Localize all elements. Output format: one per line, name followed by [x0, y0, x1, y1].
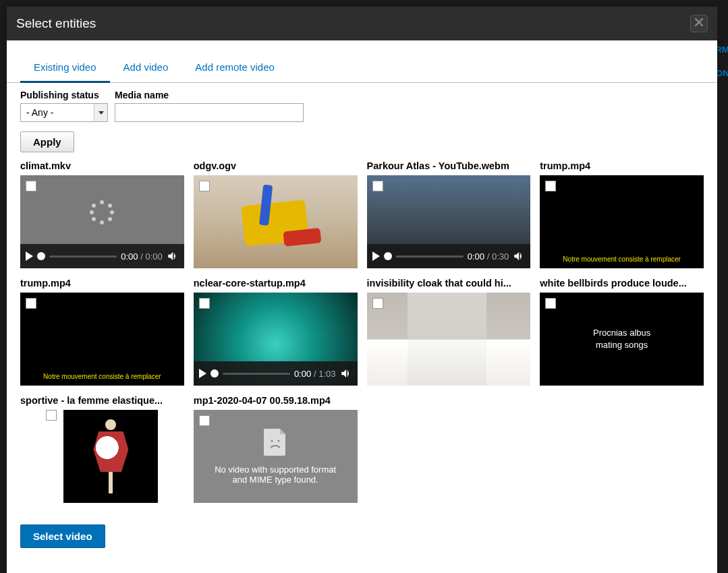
tabs: Existing video Add video Add remote vide…: [7, 55, 717, 83]
video-caption: Notre mouvement consiste à remplacer: [20, 373, 184, 380]
video-thumbnail[interactable]: Notre mouvement consiste à remplacer: [540, 175, 704, 268]
video-thumbnail[interactable]: Procnias albus mating songs: [540, 293, 704, 386]
select-checkbox[interactable]: [372, 298, 383, 309]
progress-knob[interactable]: [37, 252, 45, 260]
broken-file-icon: [264, 429, 287, 458]
video-thumbnail[interactable]: 0:00 / 0:30: [367, 175, 531, 268]
filter-media-name: Media name: [115, 90, 304, 122]
video-card: trump.mp4 Notre mouvement consiste à rem…: [540, 160, 704, 268]
progress-track[interactable]: [49, 255, 117, 258]
video-thumbnail[interactable]: [20, 410, 184, 503]
video-thumbnail[interactable]: Notre mouvement consiste à remplacer: [20, 293, 184, 386]
video-card: invisibility cloak that could hi...: [367, 278, 531, 386]
video-card: white bellbirds produce loude... Procnia…: [540, 278, 704, 386]
select-video-button[interactable]: Select video: [20, 524, 105, 548]
tab-add-video[interactable]: Add video: [110, 56, 182, 83]
play-icon[interactable]: [199, 369, 206, 378]
close-button[interactable]: [690, 15, 708, 32]
video-title: mp1-2020-04-07 00.59.18.mp4: [194, 395, 358, 406]
select-checkbox[interactable]: [26, 181, 36, 191]
thumbnail-image: [194, 175, 358, 268]
video-caption: Notre mouvement consiste à remplacer: [540, 255, 704, 263]
video-title: invisibility cloak that could hi...: [367, 278, 531, 289]
video-controls: 0:00 / 0:00: [20, 244, 184, 268]
select-checkbox[interactable]: [46, 410, 57, 421]
tab-existing-video[interactable]: Existing video: [20, 56, 110, 83]
progress-knob[interactable]: [211, 369, 219, 378]
select-entities-modal: Select entities Existing video Add video…: [7, 7, 717, 573]
select-checkbox[interactable]: [199, 415, 210, 426]
filter-publishing-status: Publishing status - Any -: [20, 90, 108, 122]
close-icon: [694, 18, 704, 30]
video-title: odgv.ogv: [194, 160, 358, 171]
status-select-value: - Any -: [26, 107, 53, 118]
thumbnail-image: [367, 293, 531, 386]
chevron-down-icon: [94, 104, 107, 121]
video-title: white bellbirds produce loude...: [540, 278, 704, 289]
apply-button[interactable]: Apply: [20, 131, 74, 152]
media-name-input[interactable]: [115, 103, 304, 122]
video-thumbnail[interactable]: 0:00 / 0:00: [20, 175, 184, 268]
video-overlay-text: Procnias albus mating songs: [593, 327, 650, 351]
filter-status-label: Publishing status: [20, 90, 108, 100]
tab-add-remote-video[interactable]: Add remote video: [181, 56, 288, 83]
filter-name-label: Media name: [115, 90, 304, 100]
video-thumbnail[interactable]: [367, 293, 531, 386]
time-display: 0:00 / 1:03: [294, 369, 335, 379]
volume-icon[interactable]: [167, 250, 179, 262]
video-title: Parkour Atlas - YouTube.webm: [367, 160, 531, 171]
select-checkbox[interactable]: [545, 181, 556, 191]
video-controls: 0:00 / 1:03: [194, 361, 358, 386]
progress-track[interactable]: [396, 255, 464, 258]
time-display: 0:00 / 0:00: [121, 251, 162, 262]
video-title: sportive - la femme elastique...: [20, 395, 184, 406]
video-title: trump.mp4: [20, 278, 184, 289]
video-thumbnail[interactable]: [194, 175, 358, 268]
modal-footer: Select video: [7, 516, 717, 564]
svg-point-0: [271, 440, 273, 442]
modal-header: Select entities: [7, 7, 717, 40]
volume-icon[interactable]: [513, 250, 525, 262]
video-thumbnail[interactable]: 0:00 / 1:03: [194, 293, 358, 386]
volume-icon[interactable]: [340, 367, 352, 380]
status-select[interactable]: - Any -: [20, 103, 108, 122]
video-controls: 0:00 / 0:30: [367, 244, 531, 268]
progress-knob[interactable]: [384, 252, 392, 260]
video-card: nclear-core-startup.mp4 0:00 / 1:03: [194, 278, 358, 386]
loading-spinner-icon: [90, 200, 114, 224]
play-icon[interactable]: [372, 251, 380, 261]
modal-title: Select entities: [16, 16, 96, 31]
video-card: mp1-2020-04-07 00.59.18.mp4 No video wit…: [194, 395, 358, 503]
thumbnail-image: [63, 410, 158, 503]
video-card: Parkour Atlas - YouTube.webm 0:00 / 0:30: [367, 160, 531, 268]
modal-body: Existing video Add video Add remote vide…: [7, 40, 717, 573]
video-card: trump.mp4 Notre mouvement consiste à rem…: [20, 278, 184, 386]
video-error: No video with supported format and MIME …: [194, 410, 358, 503]
video-card: climat.mkv 0:00 / 0:00: [20, 160, 184, 268]
select-checkbox[interactable]: [26, 298, 36, 309]
filter-row: Publishing status - Any - Media name: [7, 83, 717, 125]
video-thumbnail[interactable]: No video with supported format and MIME …: [194, 410, 358, 503]
video-card: odgv.ogv: [194, 160, 358, 268]
video-title: nclear-core-startup.mp4: [194, 278, 358, 289]
video-title: trump.mp4: [540, 160, 704, 171]
video-grid: climat.mkv 0:00 / 0:00: [7, 158, 717, 516]
select-checkbox[interactable]: [372, 181, 383, 191]
select-checkbox[interactable]: [545, 298, 556, 309]
progress-track[interactable]: [223, 373, 290, 375]
svg-point-1: [278, 440, 280, 442]
time-display: 0:00 / 0:30: [468, 251, 509, 262]
select-checkbox[interactable]: [199, 298, 210, 309]
video-card: sportive - la femme elastique...: [20, 395, 184, 503]
error-text: No video with supported format and MIME …: [200, 464, 351, 485]
select-checkbox[interactable]: [199, 181, 210, 191]
video-title: climat.mkv: [20, 160, 184, 171]
play-icon[interactable]: [26, 251, 33, 261]
